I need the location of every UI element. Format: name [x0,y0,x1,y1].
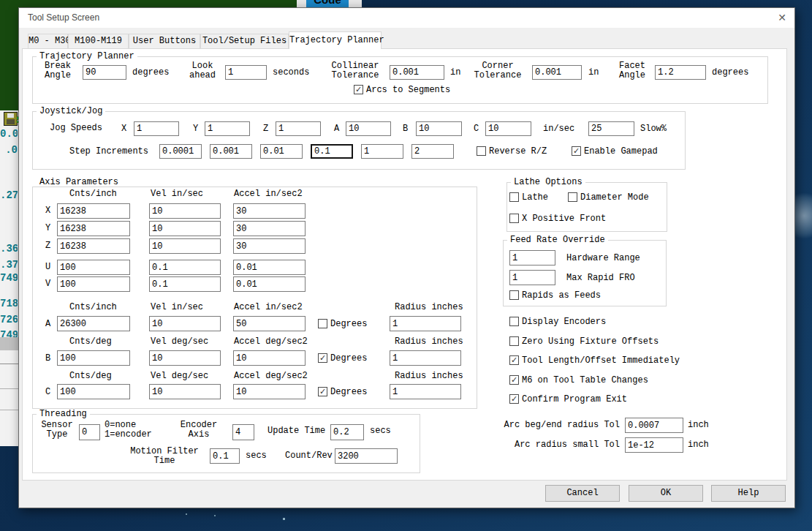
step-increment-input[interactable] [159,144,202,159]
tab-tool-setup-files[interactable]: Tool/Setup Files [200,34,289,49]
col-header: Accel in/sec2 [234,303,303,312]
axis-cnts-input[interactable] [57,350,130,366]
col-header: Vel deg/sec [151,337,208,347]
sensor-type-input[interactable] [79,424,100,440]
collinear-tolerance-input[interactable] [390,65,444,80]
step-increment-input[interactable] [260,144,303,159]
corner-tolerance-input[interactable] [532,65,582,80]
axis-accel-input[interactable] [233,221,306,236]
step-increment-input[interactable] [361,144,403,159]
axis-radius-input[interactable] [390,350,461,366]
axis-vel-input[interactable] [149,260,221,275]
tab-m0-m30[interactable]: M0 - M30 [28,34,68,49]
trajectory-group [32,56,768,104]
slow-percent-input[interactable] [588,121,634,136]
zero-fixture-offsets-checkbox[interactable] [509,336,519,346]
help-button[interactable]: Help [711,485,786,502]
step-increment-input[interactable] [311,144,353,159]
axis-cnts-input[interactable] [57,384,130,399]
tab-user-buttons[interactable]: User Buttons [129,34,200,49]
arc-small-input[interactable] [625,437,683,453]
axis-vel-input[interactable] [149,316,221,331]
axis-accel-input[interactable] [233,203,306,219]
axis-cnts-input[interactable] [57,316,130,331]
break-angle-input[interactable] [83,65,126,80]
m6-tool-table-checkbox[interactable]: ✓ [509,375,519,385]
look-ahead-input[interactable] [225,65,267,80]
break-angle-label: Break Angle [41,61,75,80]
axis-radius-input[interactable] [390,384,461,399]
jog-speed-b-input[interactable] [416,121,462,136]
display-encoders-checkbox[interactable] [509,317,519,326]
reverse-rz-checkbox[interactable] [477,146,486,156]
axis-accel-input[interactable] [233,260,306,275]
background-gray-bar [0,337,19,350]
axis-vel-input[interactable] [149,350,221,366]
lathe-checkbox[interactable] [509,192,519,202]
cancel-button[interactable]: Cancel [545,485,620,502]
axis-accel-input[interactable] [233,276,306,292]
enable-gamepad-checkbox[interactable]: ✓ [572,146,581,156]
diameter-mode-checkbox[interactable] [568,192,577,202]
tool-length-offset-checkbox[interactable]: ✓ [509,355,519,365]
hardware-range-input[interactable] [509,250,555,266]
jog-speed-a-input[interactable] [346,121,391,136]
col-header: Accel deg/sec2 [234,372,308,381]
dialog-title: Tool Setup Screen [28,12,99,23]
confirm-program-exit-checkbox[interactable]: ✓ [509,394,519,404]
col-header: Radius inches [395,337,463,347]
jog-speed-z-input[interactable] [276,121,321,136]
dro-value: .37 [0,260,18,270]
count-rev-input[interactable] [335,448,398,464]
lathe-label: Lathe [522,193,548,203]
axis-vel-input[interactable] [149,221,221,236]
axis-label: Y [45,224,50,233]
arc-beg-end-input[interactable] [625,418,683,433]
arc-small-unit: inch [688,440,709,450]
hardware-range-label: Hardware Range [566,254,640,263]
axis-cnts-input[interactable] [57,238,130,254]
update-time-input[interactable] [330,424,364,440]
step-increment-input[interactable] [411,144,454,159]
dialog-titlebar[interactable] [19,8,794,28]
tab-trajectory-planner[interactable]: Trajectory Planner [289,31,382,49]
axis-cnts-input[interactable] [57,221,130,236]
degrees-checkbox[interactable]: ✓ [318,387,327,396]
x-positive-front-checkbox[interactable] [509,214,519,223]
axis-cnts-input[interactable] [57,260,130,275]
max-rapid-fro-input[interactable] [509,270,555,285]
axis-label: C [45,388,50,397]
axis-cnts-input[interactable] [57,276,130,292]
rapids-as-feeds-checkbox[interactable] [509,290,519,300]
axis-vel-input[interactable] [149,203,221,219]
degrees-checkbox[interactable]: ✓ [318,353,327,363]
col-header: Vel deg/sec [151,372,208,381]
axis-vel-input[interactable] [149,276,221,292]
facet-angle-input[interactable] [655,65,706,80]
degrees-label: Degrees [330,354,367,364]
axis-cnts-input[interactable] [57,203,130,219]
reverse-rz-label: Reverse R/Z [489,147,547,157]
axis-vel-input[interactable] [149,384,221,399]
encoder-axis-input[interactable] [232,424,254,440]
axis-accel-input[interactable] [233,238,306,254]
jog-speed-x-input[interactable] [134,121,179,136]
axis-radius-input[interactable] [390,316,461,331]
jog-speed-y-input[interactable] [205,121,250,136]
axis-accel-input[interactable] [233,350,306,366]
save-icon-label [7,119,15,124]
dro-value: 749 [0,273,18,283]
step-increment-input[interactable] [210,144,252,159]
close-icon[interactable]: ✕ [773,10,791,25]
motion-filter-input[interactable] [210,448,240,464]
jog-speed-c-input[interactable] [485,121,531,136]
axis-accel-input[interactable] [233,316,306,331]
arcs-to-segments-checkbox[interactable]: ✓ [354,85,363,94]
tab-m100-m119[interactable]: M100-M119 [68,34,129,49]
axis-vel-input[interactable] [149,238,221,254]
code-button[interactable]: Code [306,0,349,7]
degrees-checkbox[interactable] [318,319,327,328]
axis-accel-input[interactable] [233,384,306,399]
ok-button[interactable]: OK [629,485,703,502]
axis-label: Z [45,241,50,251]
